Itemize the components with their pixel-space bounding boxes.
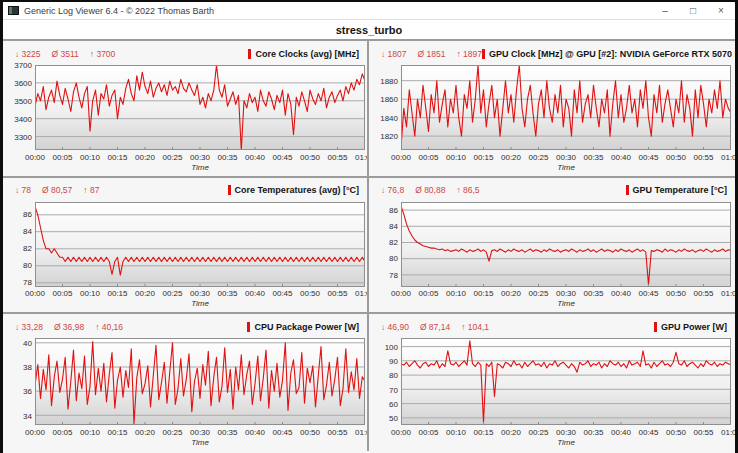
chart-plot[interactable] (35, 65, 365, 150)
x-tick-label: 00:45 (272, 153, 292, 162)
x-tick-label: 00:00 (391, 153, 411, 162)
x-tick-label: 00:30 (190, 428, 210, 437)
plot-area[interactable] (401, 338, 731, 425)
stat-min: ↓ 78 (15, 185, 31, 195)
x-axis-label: Time (35, 299, 365, 310)
x-tick-label: 00:10 (80, 428, 100, 437)
chart-plot[interactable] (35, 202, 365, 287)
plot-wrap: 1820184018601880 (373, 65, 729, 152)
y-tick-label: 70 (389, 385, 398, 394)
series-color-marker (248, 49, 251, 59)
series-color-marker (654, 322, 657, 332)
x-tick-label: 00:15 (107, 289, 127, 298)
x-axis: 00:0000:0500:1000:1500:2000:2500:3000:35… (401, 152, 731, 163)
x-axis: 00:0000:0500:1000:1500:2000:2500:3000:35… (401, 288, 731, 299)
chart-header: ↓ 33,28 Ø 36,98 ↑ 40,16 CPU Package Powe… (7, 317, 361, 335)
x-tick-label: 00:00 (25, 428, 45, 437)
chart-stats: ↓ 1807 Ø 1851 ↑ 1897 (381, 49, 482, 59)
stat-max: ↑ 86,5 (456, 185, 479, 195)
x-tick-label: 00:35 (217, 428, 237, 437)
chart-plot[interactable] (401, 65, 731, 150)
x-tick-label: 00:55 (327, 289, 347, 298)
x-tick-label: 00:45 (272, 428, 292, 437)
x-tick-label: 00:40 (611, 428, 631, 437)
x-axis-label: Time (401, 299, 731, 310)
minimize-icon[interactable]: – (651, 2, 679, 19)
chart-stats: ↓ 3225 Ø 3511 ↑ 3700 (15, 49, 115, 59)
x-tick-label: 00:55 (693, 289, 713, 298)
x-tick-label: 00:45 (638, 153, 658, 162)
plot-area[interactable] (35, 338, 365, 425)
chart-plot[interactable] (35, 338, 365, 425)
plot-area[interactable] (401, 65, 731, 150)
stat-min: ↓ 76,8 (381, 185, 404, 195)
x-tick-label: 00:20 (501, 153, 521, 162)
y-tick-label: 3600 (14, 78, 32, 87)
x-tick-label: 00:30 (190, 289, 210, 298)
chart-header: ↓ 3225 Ø 3511 ↑ 3700 Core Clocks (avg) [… (7, 44, 361, 62)
x-tick-label: 00:35 (217, 153, 237, 162)
plot-area[interactable] (35, 65, 365, 150)
x-tick-label: 00:35 (217, 289, 237, 298)
chart-plot[interactable] (401, 202, 731, 287)
stat-max: ↑ 1897 (456, 49, 482, 59)
y-tick-label: 60 (389, 399, 398, 408)
x-tick-label: 00:20 (135, 289, 155, 298)
series-color-marker (228, 185, 231, 195)
x-tick-label: 00:05 (418, 428, 438, 437)
chart-panel-gpu-clock: ↓ 1807 Ø 1851 ↑ 1897 GPU Clock [MHz] @ G… (369, 41, 735, 178)
y-tick-label: 78 (389, 270, 398, 279)
series-color-marker (482, 49, 485, 59)
x-tick-label: 00:30 (556, 289, 576, 298)
x-tick-label: 00:15 (473, 289, 493, 298)
x-axis: 00:0000:0500:1000:1500:2000:2500:3000:35… (35, 152, 365, 163)
x-tick-label: 00:20 (501, 289, 521, 298)
x-tick-label: 00:05 (418, 289, 438, 298)
x-tick-label: 00:50 (300, 289, 320, 298)
x-axis: 00:0000:0500:1000:1500:2000:2500:3000:35… (35, 427, 365, 438)
plot-area[interactable] (35, 202, 365, 287)
y-tick-label: 3500 (14, 96, 32, 105)
y-tick-label: 1840 (380, 113, 398, 122)
x-tick-label: 01:00 (721, 428, 735, 437)
y-tick-label: 84 (389, 221, 398, 230)
close-icon[interactable]: × (707, 2, 735, 19)
x-tick-label: 00:55 (693, 428, 713, 437)
y-tick-label: 80 (389, 371, 398, 380)
x-tick-label: 00:05 (418, 153, 438, 162)
x-tick-label: 00:05 (52, 428, 72, 437)
x-tick-label: 00:05 (52, 153, 72, 162)
chart-header: ↓ 46,90 Ø 87,14 ↑ 104,1 GPU Power [W] (373, 317, 729, 335)
x-tick-label: 00:25 (528, 428, 548, 437)
chart-stats: ↓ 76,8 Ø 80,88 ↑ 86,5 (381, 185, 480, 195)
y-tick-label: 3700 (14, 61, 32, 70)
x-axis: 00:0000:0500:1000:1500:2000:2500:3000:35… (401, 427, 731, 438)
x-tick-label: 00:30 (190, 153, 210, 162)
chart-title: GPU Temperature [°C] (626, 185, 727, 195)
plot-area[interactable] (401, 202, 731, 287)
y-axis: 1820184018601880 (373, 65, 401, 152)
y-axis: 7880828486 (7, 202, 35, 289)
stat-max: ↑ 104,1 (461, 322, 489, 332)
y-tick-label: 3400 (14, 114, 32, 123)
y-tick-label: 1820 (380, 132, 398, 141)
y-tick-label: 3300 (14, 132, 32, 141)
x-tick-label: 01:00 (355, 428, 369, 437)
x-tick-label: 00:35 (583, 428, 603, 437)
y-tick-label: 1860 (380, 95, 398, 104)
maximize-icon[interactable]: □ (679, 2, 707, 19)
chart-plot[interactable] (401, 338, 731, 425)
y-axis: 34363840 (7, 338, 35, 427)
x-tick-label: 00:30 (556, 428, 576, 437)
x-tick-label: 00:15 (107, 153, 127, 162)
stat-avg: Ø 80,88 (415, 185, 445, 195)
chart-title: GPU Clock [MHz] @ GPU [#2]: NVIDIA GeFor… (482, 49, 735, 59)
plot-wrap: 33003400350036003700 (7, 65, 361, 152)
x-tick-label: 00:55 (327, 153, 347, 162)
y-tick-label: 40 (23, 339, 32, 348)
x-tick-label: 00:25 (162, 289, 182, 298)
app-window: Generic Log Viewer 6.4 - © 2022 Thomas B… (0, 0, 738, 453)
x-tick-label: 00:50 (666, 428, 686, 437)
x-tick-label: 00:40 (245, 153, 265, 162)
x-tick-label: 00:25 (528, 153, 548, 162)
